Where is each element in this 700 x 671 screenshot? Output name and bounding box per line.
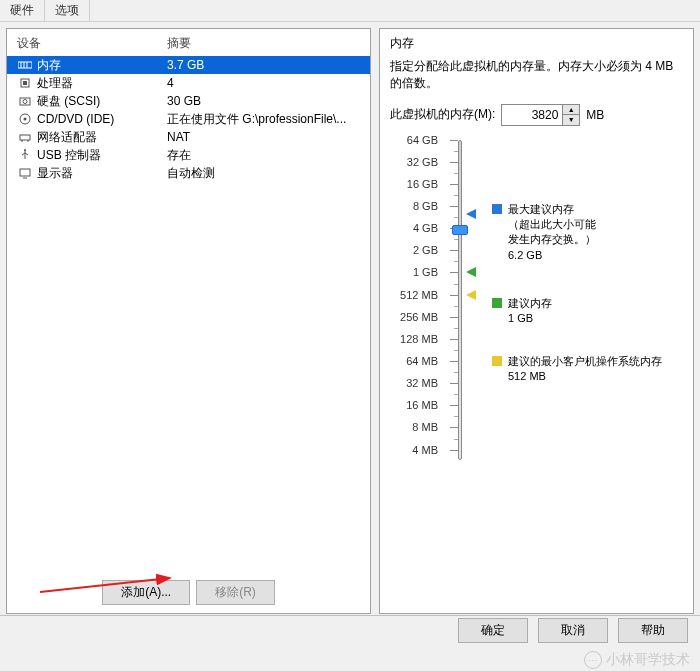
tick-label: 512 MB — [400, 289, 438, 301]
memory-panel: 内存 指定分配给此虚拟机的内存量。内存大小必须为 4 MB 的倍数。 此虚拟机的… — [379, 28, 694, 614]
device-row-network[interactable]: 网络适配器 NAT — [7, 128, 370, 146]
memory-slider[interactable] — [444, 140, 474, 460]
svg-rect-0 — [18, 62, 32, 68]
display-icon — [17, 166, 33, 180]
slider-thumb[interactable] — [452, 225, 468, 235]
tick-label: 256 MB — [400, 311, 438, 323]
svg-rect-14 — [20, 169, 30, 176]
add-button[interactable]: 添加(A)... — [102, 580, 190, 605]
tab-options[interactable]: 选项 — [45, 0, 90, 21]
tick-label: 32 MB — [406, 377, 438, 389]
header-device: 设备 — [17, 35, 167, 52]
slider-tick-labels: 64 GB32 GB16 GB8 GB4 GB2 GB1 GB512 MB256… — [390, 140, 444, 460]
memory-legend: 最大建议内存 （超出此大小可能 发生内存交换。） 6.2 GB 建议内存 1 G… — [474, 140, 683, 460]
device-summary: 30 GB — [167, 93, 360, 109]
legend-max-note: （超出此大小可能 发生内存交换。） — [508, 217, 596, 248]
header-summary: 摘要 — [167, 35, 191, 52]
device-name: USB 控制器 — [37, 147, 167, 163]
device-name: 内存 — [37, 57, 167, 73]
spin-down-icon[interactable]: ▼ — [563, 115, 579, 125]
tick-label: 128 MB — [400, 333, 438, 345]
device-summary: NAT — [167, 129, 360, 145]
cdrom-icon — [17, 112, 33, 126]
legend-rec-value: 1 GB — [508, 311, 552, 326]
device-list: 内存 3.7 GB 处理器 4 硬盘 (SCSI) 30 GB CD/DVD (… — [7, 56, 370, 574]
tick-label: 16 GB — [407, 178, 438, 190]
device-name: 处理器 — [37, 75, 167, 91]
cancel-button[interactable]: 取消 — [538, 618, 608, 643]
device-panel: 设备 摘要 内存 3.7 GB 处理器 4 硬盘 (SCSI) 30 GB CD… — [6, 28, 371, 614]
memory-spinner[interactable]: ▲ ▼ — [501, 104, 580, 126]
svg-point-13 — [24, 149, 26, 151]
legend-max-value: 6.2 GB — [508, 248, 596, 263]
legend-min-title: 建议的最小客户机操作系统内存 — [508, 354, 662, 369]
tab-bar: 硬件 选项 — [0, 0, 700, 22]
tick-label: 32 GB — [407, 156, 438, 168]
tick-label: 4 MB — [412, 444, 438, 456]
device-name: 硬盘 (SCSI) — [37, 93, 167, 109]
device-row-cdrom[interactable]: CD/DVD (IDE) 正在使用文件 G:\professionFile\..… — [7, 110, 370, 128]
memory-unit: MB — [586, 108, 604, 122]
svg-point-9 — [24, 118, 27, 121]
memory-input[interactable] — [502, 105, 562, 125]
tick-label: 2 GB — [413, 244, 438, 256]
device-row-cpu[interactable]: 处理器 4 — [7, 74, 370, 92]
tick-label: 4 GB — [413, 222, 438, 234]
spin-up-icon[interactable]: ▲ — [563, 105, 579, 116]
watermark: ⋯ 小林哥学技术 — [584, 651, 690, 669]
memory-field-label: 此虚拟机的内存(M): — [390, 106, 495, 123]
legend-square-blue — [492, 204, 502, 214]
device-name: 显示器 — [37, 165, 167, 181]
cpu-icon — [17, 76, 33, 90]
device-summary: 3.7 GB — [167, 57, 360, 73]
legend-square-yellow — [492, 356, 502, 366]
svg-point-7 — [23, 100, 27, 104]
help-button[interactable]: 帮助 — [618, 618, 688, 643]
device-row-disk[interactable]: 硬盘 (SCSI) 30 GB — [7, 92, 370, 110]
remove-button[interactable]: 移除(R) — [196, 580, 275, 605]
svg-rect-10 — [20, 135, 30, 140]
device-row-display[interactable]: 显示器 自动检测 — [7, 164, 370, 182]
memory-title: 内存 — [390, 35, 683, 52]
device-list-header: 设备 摘要 — [7, 29, 370, 56]
tick-label: 8 MB — [412, 421, 438, 433]
memory-slider-area: 64 GB32 GB16 GB8 GB4 GB2 GB1 GB512 MB256… — [390, 140, 683, 460]
device-row-usb[interactable]: USB 控制器 存在 — [7, 146, 370, 164]
device-name: CD/DVD (IDE) — [37, 111, 167, 127]
tick-label: 8 GB — [413, 200, 438, 212]
ok-button[interactable]: 确定 — [458, 618, 528, 643]
tick-label: 1 GB — [413, 266, 438, 278]
legend-min-value: 512 MB — [508, 369, 662, 384]
tab-hardware[interactable]: 硬件 — [0, 0, 45, 21]
tick-label: 64 MB — [406, 355, 438, 367]
device-summary: 4 — [167, 75, 360, 91]
disk-icon — [17, 94, 33, 108]
wechat-icon: ⋯ — [584, 651, 602, 669]
device-summary: 自动检测 — [167, 165, 360, 181]
memory-desc: 指定分配给此虚拟机的内存量。内存大小必须为 4 MB 的倍数。 — [390, 58, 683, 92]
tick-label: 16 MB — [406, 399, 438, 411]
network-icon — [17, 130, 33, 144]
legend-square-green — [492, 298, 502, 308]
device-row-memory[interactable]: 内存 3.7 GB — [7, 56, 370, 74]
legend-max-title: 最大建议内存 — [508, 202, 596, 217]
watermark-text: 小林哥学技术 — [606, 651, 690, 669]
svg-rect-5 — [23, 81, 27, 85]
device-name: 网络适配器 — [37, 129, 167, 145]
device-summary: 存在 — [167, 147, 360, 163]
tick-label: 64 GB — [407, 134, 438, 146]
device-summary: 正在使用文件 G:\professionFile\... — [167, 111, 360, 127]
memory-icon — [17, 58, 33, 72]
legend-rec-title: 建议内存 — [508, 296, 552, 311]
dialog-button-bar: 确定 取消 帮助 — [0, 615, 700, 645]
usb-icon — [17, 148, 33, 162]
